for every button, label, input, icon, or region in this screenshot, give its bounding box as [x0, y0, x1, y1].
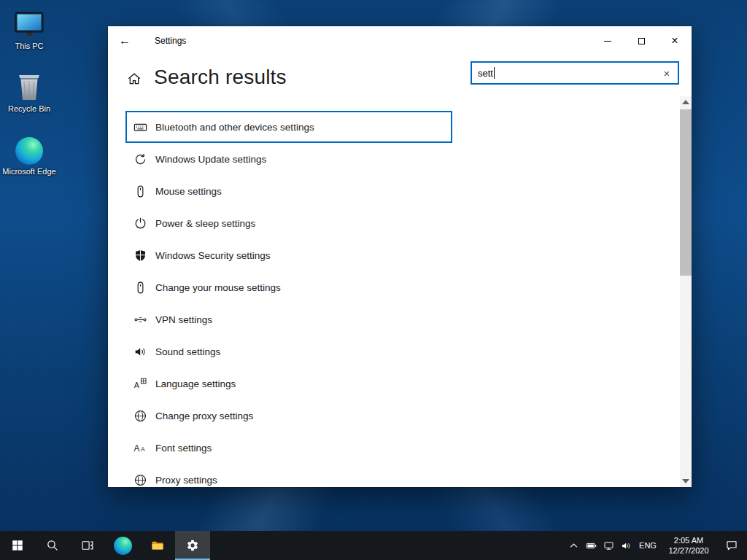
scrollbar[interactable] — [680, 96, 692, 487]
result-label: Windows Security settings — [155, 250, 271, 261]
result-label: Change your mouse settings — [155, 282, 281, 293]
back-arrow-icon: ← — [119, 34, 131, 47]
result-change-proxy[interactable]: Change proxy settings — [125, 400, 452, 432]
battery-icon — [586, 540, 597, 551]
page-title: Search results — [154, 66, 287, 89]
chevron-up-icon — [568, 540, 579, 551]
gear-icon — [186, 539, 199, 552]
clock-date: 12/27/2020 — [668, 545, 708, 556]
search-results-list: Bluetooth and other devices settings Win… — [125, 111, 452, 487]
edge-icon — [15, 131, 43, 165]
folder-icon — [151, 539, 164, 552]
globe-icon — [133, 409, 147, 423]
maximize-button[interactable] — [624, 26, 658, 55]
action-center-icon — [725, 539, 738, 552]
this-pc-icon — [13, 6, 45, 39]
search-text: sett — [478, 68, 493, 79]
battery-status-button[interactable] — [582, 531, 600, 560]
network-status-button[interactable] — [600, 531, 617, 560]
search-icon — [46, 539, 59, 552]
task-view-icon — [81, 539, 94, 552]
result-label: Mouse settings — [155, 186, 222, 197]
result-label: Change proxy settings — [155, 411, 253, 421]
result-change-your-mouse[interactable]: Change your mouse settings — [125, 271, 452, 303]
sync-icon — [133, 152, 147, 166]
volume-icon — [621, 540, 632, 551]
result-label: Sound settings — [155, 346, 220, 357]
tray-expand-button[interactable] — [565, 531, 582, 560]
close-button[interactable]: × — [658, 26, 692, 55]
desktop-icon-this-pc[interactable]: This PC — [1, 6, 57, 51]
desktop-icon-recycle-bin[interactable]: Recycle Bin — [1, 69, 57, 114]
taskbar-search-button[interactable] — [35, 531, 70, 560]
home-icon — [127, 71, 142, 86]
result-label: Proxy settings — [155, 475, 217, 486]
result-windows-update[interactable]: Windows Update settings — [125, 143, 452, 175]
minimize-icon — [604, 41, 611, 42]
desktop-icon-column: This PC Recycle Bin Microsoft Edge — [1, 6, 57, 176]
scroll-down-button[interactable] — [682, 479, 689, 483]
start-button[interactable] — [0, 531, 35, 560]
result-power-sleep[interactable]: Power & sleep settings — [125, 207, 452, 239]
keyboard-icon — [133, 120, 147, 134]
language-indicator[interactable]: ENG — [635, 531, 661, 560]
result-label: Font settings — [155, 443, 212, 454]
maximize-icon — [638, 38, 645, 44]
close-icon: × — [671, 35, 678, 47]
volume-button[interactable] — [617, 531, 635, 560]
desktop-icon-microsoft-edge[interactable]: Microsoft Edge — [1, 131, 57, 176]
result-label: Language settings — [155, 378, 236, 389]
vpn-icon — [133, 313, 147, 327]
result-mouse-settings[interactable]: Mouse settings — [125, 175, 452, 207]
network-icon — [603, 540, 614, 551]
file-explorer-button[interactable] — [140, 531, 175, 560]
settings-window: ← Settings × Search results sett × Bluet… — [108, 26, 692, 487]
font-icon — [133, 441, 147, 455]
desktop-icon-label: This PC — [15, 42, 43, 51]
taskbar: ENG 2:05 AM 12/27/2020 — [0, 531, 747, 560]
mouse-icon — [133, 184, 147, 198]
task-view-button[interactable] — [70, 531, 105, 560]
back-button[interactable]: ← — [108, 26, 142, 55]
speaker-icon — [133, 345, 147, 359]
result-bluetooth-and-other-devices[interactable]: Bluetooth and other devices settings — [125, 111, 452, 143]
scroll-up-button[interactable] — [682, 100, 689, 104]
action-center-button[interactable] — [716, 531, 747, 560]
mouse-icon — [133, 281, 147, 295]
clear-search-button[interactable]: × — [656, 63, 678, 83]
result-label: Power & sleep settings — [155, 218, 255, 229]
result-label: VPN settings — [155, 314, 212, 325]
edge-taskbar-button[interactable] — [105, 531, 140, 560]
system-tray: ENG 2:05 AM 12/27/2020 — [565, 531, 747, 560]
search-input[interactable]: sett × — [471, 61, 679, 85]
result-sound-settings[interactable]: Sound settings — [125, 335, 452, 368]
power-icon — [133, 217, 147, 230]
result-language-settings[interactable]: Language settings — [125, 368, 452, 400]
text-caret — [494, 67, 495, 79]
edge-icon — [114, 537, 132, 555]
window-title: Settings — [155, 36, 186, 46]
desktop-icon-label: Recycle Bin — [8, 104, 50, 114]
settings-taskbar-button[interactable] — [175, 531, 210, 560]
clock-time: 2:05 AM — [674, 535, 703, 545]
result-vpn-settings[interactable]: VPN settings — [125, 303, 452, 335]
result-label: Windows Update settings — [155, 154, 266, 165]
minimize-button[interactable] — [591, 26, 624, 55]
titlebar: ← Settings × — [108, 26, 692, 55]
recycle-bin-icon — [15, 69, 44, 102]
desktop-icon-label: Microsoft Edge — [2, 167, 55, 176]
result-label: Bluetooth and other devices settings — [155, 122, 314, 133]
result-font-settings[interactable]: Font settings — [125, 432, 452, 464]
language-icon — [133, 377, 147, 391]
globe-icon — [133, 473, 147, 487]
result-proxy-settings[interactable]: Proxy settings — [125, 464, 452, 487]
clock[interactable]: 2:05 AM 12/27/2020 — [661, 531, 716, 560]
result-windows-security[interactable]: Windows Security settings — [125, 239, 452, 271]
defender-shield-icon — [133, 249, 147, 262]
windows-logo-icon — [11, 539, 24, 552]
scroll-thumb[interactable] — [680, 109, 692, 276]
